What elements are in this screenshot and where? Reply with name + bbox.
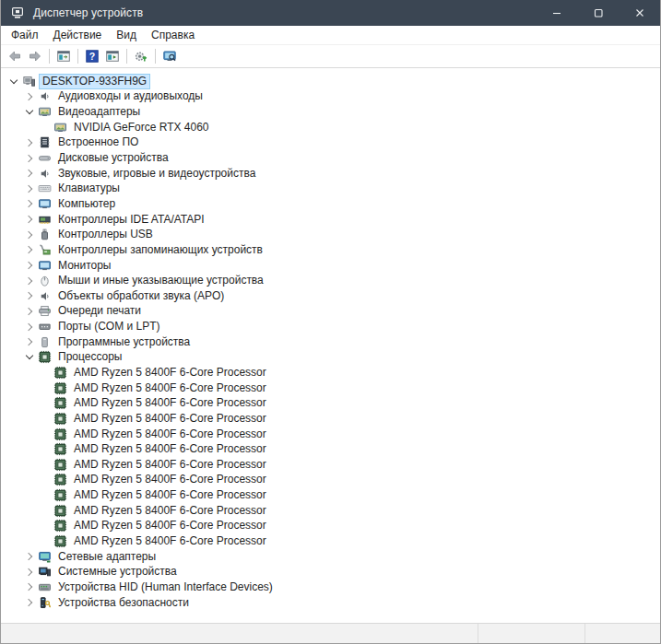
chevron-right-icon[interactable] [22, 258, 37, 273]
tree-item-label: AMD Ryzen 5 8400F 6-Core Processor [70, 472, 270, 487]
tree-item-security-devices[interactable]: Устройства безопасности [1, 595, 660, 611]
tree-item-processor-core-11[interactable]: AMD Ryzen 5 8400F 6-Core Processor [1, 519, 660, 534]
tree-item-keyboards[interactable]: Клавиатуры [1, 181, 660, 196]
chevron-right-icon[interactable] [22, 181, 37, 196]
tree-item-label: Сетевые адаптеры [54, 549, 159, 565]
tree-item-disk-drives[interactable]: Дисковые устройства [1, 150, 660, 166]
tree-item-processor-core-10[interactable]: AMD Ryzen 5 8400F 6-Core Processor [1, 503, 660, 519]
chevron-placeholder [38, 442, 53, 457]
chevron-placeholder [38, 503, 53, 518]
tree-item-nvidia-geforce-rtx-4060[interactable]: NVIDIA GeForce RTX 4060 [1, 120, 660, 135]
tree-item-hid-devices[interactable]: Устройства HID (Human Interface Devices) [1, 580, 660, 595]
chevron-down-icon[interactable] [22, 350, 37, 365]
scan-hardware-changes-button[interactable] [159, 46, 180, 66]
toolbar-separator [155, 49, 156, 64]
tree-item-label: Аудиовходы и аудиовыходы [54, 88, 207, 104]
chevron-placeholder [38, 411, 53, 426]
tree-item-ide-ata-atapi-controllers[interactable]: Контроллеры IDE ATA/ATAPI [1, 212, 660, 228]
toolbar-separator [49, 49, 50, 64]
chevron-right-icon[interactable] [22, 135, 37, 150]
tree-item-usb-controllers[interactable]: Контроллеры USB [1, 227, 660, 242]
chevron-right-icon[interactable] [22, 242, 37, 257]
properties-button[interactable] [102, 46, 123, 66]
back-button[interactable] [5, 46, 25, 66]
tree-item-monitors[interactable]: Мониторы [1, 258, 660, 274]
tree-item-label: Встроенное ПО [54, 135, 142, 150]
tree-item-sound-game-video-devices[interactable]: Звуковые, игровые и видеоустройства [1, 166, 660, 181]
chevron-right-icon[interactable] [22, 320, 37, 334]
update-driver-button[interactable] [131, 46, 151, 66]
menu-view[interactable]: Вид [109, 28, 144, 42]
toolbar-separator [77, 49, 78, 64]
security-device-icon [37, 596, 52, 610]
tree-item-label: Устройства HID (Human Interface Devices) [54, 580, 277, 595]
tree-item-firmware[interactable]: Встроенное ПО [1, 135, 660, 151]
tree-item-label: AMD Ryzen 5 8400F 6-Core Processor [70, 518, 270, 533]
tree-item-computer[interactable]: Компьютер [1, 196, 660, 212]
chevron-right-icon[interactable] [22, 151, 37, 166]
show-console-tree-button[interactable] [53, 46, 74, 66]
tree-item-processors[interactable]: Процессоры [1, 350, 660, 366]
status-pane-main [1, 624, 478, 643]
tree-item-display-adapters[interactable]: Видеоадаптеры [1, 104, 660, 120]
network-adapter-icon [37, 550, 52, 564]
tree-item-system-devices[interactable]: Системные устройства [1, 565, 660, 580]
chevron-down-icon[interactable] [22, 105, 37, 120]
tree-item-label: AMD Ryzen 5 8400F 6-Core Processor [70, 395, 270, 411]
tree-item-processor-core-12[interactable]: AMD Ryzen 5 8400F 6-Core Processor [1, 533, 660, 549]
chevron-right-icon[interactable] [22, 549, 37, 564]
tree-item-network-adapters[interactable]: Сетевые адаптеры [1, 549, 660, 565]
chevron-right-icon[interactable] [22, 166, 37, 181]
cpu-icon [53, 412, 67, 426]
tree-item-software-devices[interactable]: Программные устройства [1, 334, 660, 350]
menu-file[interactable]: Файл [4, 28, 46, 42]
speaker-icon [37, 89, 52, 103]
tree-item-storage-controllers[interactable]: Контроллеры запоминающих устройств [1, 242, 660, 258]
chevron-right-icon[interactable] [22, 334, 37, 349]
minimize-button[interactable] [536, 0, 577, 26]
tree-item-label: AMD Ryzen 5 8400F 6-Core Processor [70, 381, 270, 396]
chevron-right-icon[interactable] [22, 228, 37, 242]
tree-item-processor-core-3[interactable]: AMD Ryzen 5 8400F 6-Core Processor [1, 395, 660, 411]
chevron-right-icon[interactable] [22, 89, 37, 104]
maximize-button[interactable] [577, 0, 619, 26]
firmware-icon [37, 135, 52, 149]
tree-item-audio-processing-objects[interactable]: Объекты обработки звука (APO) [1, 288, 660, 304]
tree-item-processor-core-8[interactable]: AMD Ryzen 5 8400F 6-Core Processor [1, 473, 660, 488]
tree-item-desktop-root[interactable]: DESKTOP-933FH9G [1, 74, 660, 89]
tree-item-processor-core-1[interactable]: AMD Ryzen 5 8400F 6-Core Processor [1, 365, 660, 381]
tree-item-processor-core-9[interactable]: AMD Ryzen 5 8400F 6-Core Processor [1, 487, 660, 503]
tree-item-label: Мониторы [54, 258, 114, 274]
tree-item-ports-com-lpt[interactable]: Порты (COM и LPT) [1, 319, 660, 334]
device-manager-icon [10, 6, 25, 20]
chevron-right-icon[interactable] [22, 288, 37, 303]
storage-controller-icon [37, 243, 52, 257]
tree-item-label: Контроллеры USB [54, 227, 157, 242]
status-pane-right [585, 624, 660, 643]
tree-item-audio-inputs-outputs[interactable]: Аудиовходы и аудиовыходы [1, 89, 660, 105]
tree-item-processor-core-7[interactable]: AMD Ryzen 5 8400F 6-Core Processor [1, 457, 660, 473]
display-adapter-icon [37, 105, 52, 119]
close-button[interactable] [619, 0, 660, 26]
help-icon: ? [85, 49, 100, 64]
tree-item-processor-core-2[interactable]: AMD Ryzen 5 8400F 6-Core Processor [1, 381, 660, 396]
forward-button[interactable] [25, 46, 45, 66]
tree-item-mice-pointing-devices[interactable]: Мыши и иные указывающие устройства [1, 273, 660, 288]
chevron-right-icon[interactable] [22, 565, 37, 580]
chevron-right-icon[interactable] [22, 196, 37, 211]
status-bar [1, 623, 660, 643]
chevron-right-icon[interactable] [22, 595, 37, 610]
menu-action[interactable]: Действие [46, 28, 110, 42]
cpu-icon [53, 519, 67, 533]
chevron-down-icon[interactable] [6, 74, 21, 88]
tree-item-processor-core-4[interactable]: AMD Ryzen 5 8400F 6-Core Processor [1, 411, 660, 427]
tree-item-processor-core-5[interactable]: AMD Ryzen 5 8400F 6-Core Processor [1, 427, 660, 442]
chevron-right-icon[interactable] [22, 212, 37, 227]
chevron-right-icon[interactable] [22, 274, 37, 288]
menu-help[interactable]: Справка [144, 28, 202, 42]
chevron-right-icon[interactable] [22, 580, 37, 594]
help-button[interactable]: ? [82, 46, 102, 66]
tree-item-processor-core-6[interactable]: AMD Ryzen 5 8400F 6-Core Processor [1, 441, 660, 457]
tree-item-print-queues[interactable]: Очереди печати [1, 304, 660, 320]
chevron-right-icon[interactable] [22, 304, 37, 319]
